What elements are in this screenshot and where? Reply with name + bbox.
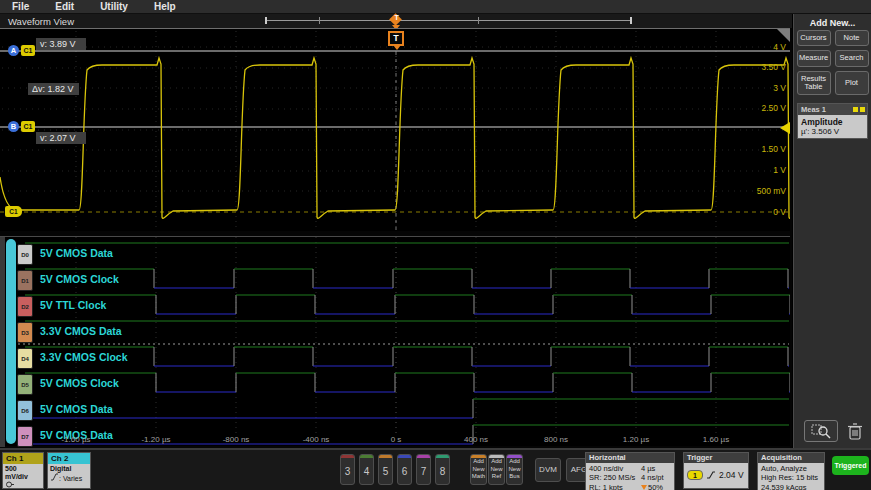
- channel-button-6[interactable]: 6: [397, 454, 412, 485]
- overview-left-bracket: [265, 17, 267, 24]
- cursor-a-channel-badge[interactable]: C1: [21, 45, 35, 56]
- digital-channel-badge-D2[interactable]: D2: [17, 296, 33, 317]
- record-length: RL: 1 kpts: [589, 483, 641, 490]
- channel-color-stripe: [360, 455, 373, 458]
- channel-button-8[interactable]: 8: [435, 454, 450, 485]
- acquisition-panel-header: Acquisition: [758, 453, 824, 463]
- cursor-a-badge[interactable]: A: [8, 45, 19, 56]
- time-axis-label: -1.60 µs: [53, 435, 99, 444]
- digital-waveform-D2[interactable]: [25, 295, 790, 314]
- channel-button-5[interactable]: 5: [378, 454, 393, 485]
- measurement-badge[interactable]: Meas 1 Amplitude µ': 3.506 V: [797, 103, 868, 139]
- channel-color-stripe: [417, 455, 430, 458]
- overview-line: [265, 20, 632, 21]
- search-button[interactable]: Search: [835, 50, 869, 66]
- zoom-mode-button[interactable]: [804, 420, 838, 442]
- digital-channel-badge-D3[interactable]: D3: [17, 322, 33, 343]
- trigger-flag-icon[interactable]: T: [388, 31, 404, 46]
- digital-channel-label-D2: 5V TTL Clock: [40, 299, 106, 311]
- cursors-button[interactable]: Cursors: [797, 30, 831, 46]
- ch1-waveform[interactable]: [0, 58, 790, 218]
- channel2-badge[interactable]: Ch 2 Digital : Varies: [47, 452, 91, 489]
- horizontal-window: 4 µs: [641, 464, 671, 473]
- view-corner-handle-icon[interactable]: [777, 29, 790, 42]
- digital-channel-label-D1: 5V CMOS Clock: [40, 273, 119, 285]
- digital-channel-badge-D6[interactable]: D6: [17, 400, 33, 421]
- analog-graticule[interactable]: T C1 A C1 v: 3.89 V Δv: 1.82 V B C1 v: 2…: [0, 28, 790, 231]
- voltage-scale-label: 2.50 V: [736, 103, 786, 113]
- digital-graticule[interactable]: D05V CMOS DataD15V CMOS ClockD25V TTL Cl…: [0, 236, 790, 446]
- digital-channel-label-D5: 5V CMOS Clock: [40, 377, 119, 389]
- menu-help[interactable]: Help: [154, 1, 176, 12]
- measure-button[interactable]: Measure: [797, 50, 831, 66]
- view-title[interactable]: Waveform View: [8, 16, 74, 27]
- menu-file[interactable]: File: [12, 1, 29, 12]
- acquisition-panel[interactable]: Acquisition Auto, Analyze High Res: 15 b…: [757, 452, 825, 490]
- horizontal-panel[interactable]: Horizontal 400 ns/div 4 µs SR: 250 MS/s …: [585, 452, 675, 490]
- trigger-level: 2.04 V: [719, 470, 744, 480]
- digital-channel-badge-D4[interactable]: D4: [17, 348, 33, 369]
- menu-bar: File Edit Utility Help: [0, 0, 871, 14]
- channel-button-4[interactable]: 4: [359, 454, 374, 485]
- digital-waveform-D4[interactable]: [25, 347, 789, 366]
- trigger-position-icon[interactable]: T: [389, 13, 402, 26]
- channel2-badge-body: Digital : Varies: [48, 464, 90, 488]
- position-marker-icon: [641, 485, 647, 490]
- digital-channel-badge-D1[interactable]: D1: [17, 270, 33, 291]
- trigger-source-badge: 1: [687, 470, 703, 480]
- channel-button-3[interactable]: 3: [340, 454, 355, 485]
- digital-waveform-D6[interactable]: [25, 399, 789, 418]
- trigger-level-arrow-icon[interactable]: [780, 122, 790, 134]
- digital-waveform-D5[interactable]: [25, 373, 790, 392]
- waveform-view: Waveform View T T C1 A C1 v: 3.89 V Δv: …: [0, 14, 792, 448]
- add-new-bus-button[interactable]: AddNewBus: [506, 454, 523, 485]
- digital-channel-badge-D0[interactable]: D0: [17, 244, 33, 265]
- digital-group-handle[interactable]: [6, 239, 16, 444]
- digital-waveform-plot: [0, 237, 790, 447]
- channel-color-stripe: [398, 455, 411, 458]
- digital-waveform-D1[interactable]: [25, 269, 789, 288]
- view-tab-bar: Waveform View T: [0, 14, 792, 28]
- trigger-status-button[interactable]: Triggered: [832, 456, 869, 475]
- acquisition-overview-bar[interactable]: T: [265, 16, 632, 26]
- results-table-button[interactable]: Results Table: [797, 71, 831, 96]
- dvm-button[interactable]: DVM: [535, 458, 561, 482]
- horizontal-position: 50%: [641, 483, 671, 490]
- channel1-ground-badge[interactable]: C1: [5, 206, 22, 217]
- add-new-math-button[interactable]: AddNewMath: [470, 454, 487, 485]
- measurement-badge-body: Amplitude µ': 3.506 V: [798, 115, 867, 138]
- time-axis-label: -1.20 µs: [133, 435, 179, 444]
- plot-button[interactable]: Plot: [835, 71, 869, 96]
- meas-indicator-icon: [860, 107, 865, 112]
- overview-tick: [478, 17, 479, 24]
- cursor-b-channel-badge[interactable]: C1: [21, 121, 35, 132]
- digital-channel-badge-D7[interactable]: D7: [17, 426, 33, 447]
- trigger-panel-header: Trigger: [684, 453, 748, 463]
- menu-utility[interactable]: Utility: [100, 1, 128, 12]
- note-button[interactable]: Note: [835, 30, 869, 46]
- channel-button-7[interactable]: 7: [416, 454, 431, 485]
- digital-channel-label-D6: 5V CMOS Data: [40, 403, 113, 415]
- menu-edit[interactable]: Edit: [55, 1, 74, 12]
- trigger-panel[interactable]: Trigger 1 2.04 V: [683, 452, 749, 489]
- delete-button[interactable]: [846, 421, 864, 441]
- time-axis-label: 0 s: [373, 435, 419, 444]
- status-bar: Ch 1 500 mV/div 100 MHz Ch 2 Digital : V…: [0, 448, 871, 490]
- cursor-b-badge[interactable]: B: [8, 121, 19, 132]
- voltage-scale-label: 1 V: [736, 165, 786, 175]
- digital-channel-badge-D5[interactable]: D5: [17, 374, 33, 395]
- channel1-badge[interactable]: Ch 1 500 mV/div 100 MHz: [2, 452, 44, 489]
- cursor-a-value: v: 3.89 V: [36, 38, 86, 50]
- sample-interval: 4 ns/pt: [641, 473, 671, 482]
- add-color-stripe: [507, 455, 522, 458]
- channel1-badge-header: Ch 1: [3, 453, 43, 464]
- channel2-badge-header: Ch 2: [48, 453, 90, 464]
- rising-edge-icon: [706, 470, 716, 480]
- overview-tick: [319, 17, 320, 24]
- channel-color-stripe: [436, 455, 449, 458]
- time-axis-label: -800 ns: [213, 435, 259, 444]
- voltage-scale-label: 500 mV: [736, 186, 786, 196]
- add-new-ref-button[interactable]: AddNewRef: [488, 454, 505, 485]
- digital-view-edge: [0, 237, 5, 447]
- time-axis-label: 400 ns: [453, 435, 499, 444]
